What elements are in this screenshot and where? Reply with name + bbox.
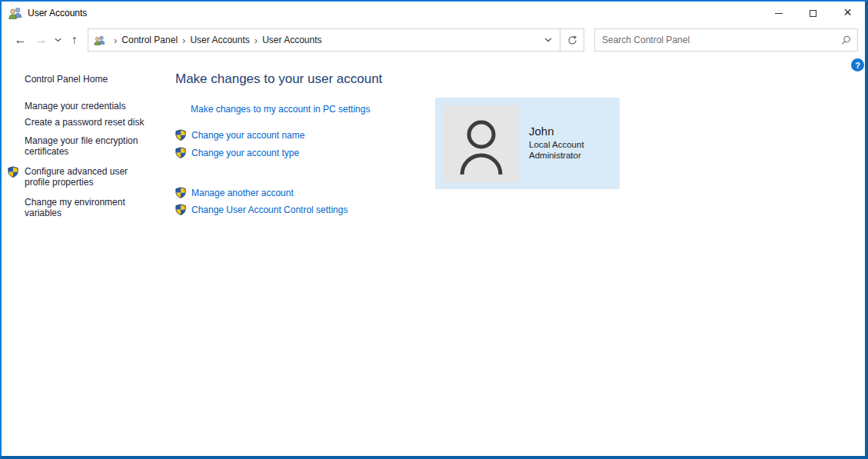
sidebar-item-manage-credentials[interactable]: Manage your credentials [25,101,151,111]
change-account-type-link[interactable]: Change your account type [175,147,299,158]
uac-shield-icon [175,204,186,215]
sidebar-item-label: Manage your credentials [25,101,125,111]
uac-shield-icon [175,147,186,158]
user-card-text: John Local Account Administrator [529,124,584,161]
window-title: User Accounts [28,8,87,18]
breadcrumb-item-user-accounts-2[interactable]: User Accounts [262,35,321,45]
user-role: Administrator [529,150,584,161]
chevron-down-icon [544,38,552,42]
search-icon [841,35,851,45]
breadcrumb-location-icon[interactable] [94,35,105,45]
user-name: John [529,124,584,139]
sidebar-item-environment-variables[interactable]: Change my environment variables [25,197,151,218]
breadcrumb-separator-icon: › [250,35,262,46]
search-box [594,28,858,52]
sidebar-item-control-panel-home[interactable]: Control Panel Home [25,74,151,85]
close-button[interactable]: × [830,2,865,25]
breadcrumb-item-user-accounts[interactable]: User Accounts [190,35,249,45]
page-title: Make changes to your user account [175,72,382,87]
sidebar-item-file-encryption-certificates[interactable]: Manage your file encryption certificates [25,135,151,157]
up-button[interactable]: ↑ [64,28,85,52]
user-account-card: John Local Account Administrator [435,98,620,189]
manage-another-account-link[interactable]: Manage another account [175,187,294,198]
navigation-bar: ← → ↑ › Control Panel › User Accounts [2,25,865,55]
change-account-name-link[interactable]: Change your account name [175,129,304,141]
sidebar: Control Panel Home Manage your credentia… [2,55,171,224]
recent-pages-button[interactable] [52,28,64,52]
uac-shield-icon [175,187,186,198]
help-button[interactable]: ? [851,58,864,72]
uac-shield-icon [8,166,18,180]
maximize-icon [810,10,816,17]
chevron-down-icon [55,38,62,42]
question-mark-icon: ? [855,61,860,70]
task-label: Change User Account Control settings [191,205,348,215]
sidebar-item-password-reset-disk[interactable]: Create a password reset disk [25,117,151,128]
title-bar: User Accounts × [2,2,865,25]
uac-shield-icon [175,129,186,141]
address-dropdown-button[interactable] [537,29,560,51]
breadcrumb-item-control-panel[interactable]: Control Panel [121,35,178,45]
sidebar-item-label: Control Panel Home [25,74,108,85]
sidebar-item-label: Create a password reset disk [25,117,144,128]
content-area: Control Panel Home Manage your credentia… [2,55,865,456]
breadcrumb: › Control Panel › User Accounts › User A… [88,29,537,51]
forward-button[interactable]: → [31,28,52,52]
minimize-button[interactable] [761,2,796,25]
task-label: Manage another account [191,188,294,198]
user-account-type: Local Account [529,139,584,150]
sidebar-item-label: Configure advanced user profile properti… [25,166,128,188]
pc-settings-link[interactable]: Make changes to my account in PC setting… [191,104,370,115]
maximize-button[interactable] [796,2,830,25]
sidebar-item-label: Change my environment variables [25,197,125,218]
task-label: Change your account name [191,130,304,141]
breadcrumb-separator-icon: › [109,35,121,46]
user-silhouette-icon [443,105,520,182]
avatar [443,105,520,182]
back-button[interactable]: ← [10,28,31,52]
user-accounts-icon [8,7,22,19]
breadcrumb-separator-icon: › [178,35,190,46]
up-arrow-icon: ↑ [72,33,78,47]
minimize-icon [775,13,783,14]
back-arrow-icon: ← [15,33,27,47]
change-uac-settings-link[interactable]: Change User Account Control settings [175,204,348,215]
refresh-icon [567,35,577,45]
close-icon: × [843,5,852,19]
refresh-button[interactable] [560,29,584,51]
user-accounts-window: User Accounts × ← → ↑ › [0,0,868,459]
search-input[interactable] [595,29,857,51]
sidebar-item-label: Manage your file encryption certificates [25,135,138,157]
address-bar: › Control Panel › User Accounts › User A… [88,28,584,52]
sidebar-item-advanced-user-profile[interactable]: Configure advanced user profile properti… [25,166,151,188]
task-label: Change your account type [191,148,299,158]
forward-arrow-icon: → [35,33,48,47]
